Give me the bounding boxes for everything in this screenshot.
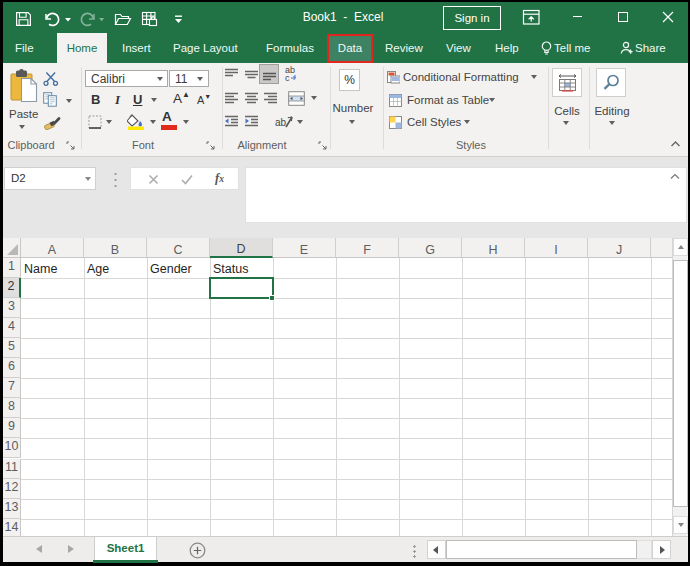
svg-text:ab: ab bbox=[275, 117, 287, 128]
svg-text:c: c bbox=[285, 73, 290, 82]
